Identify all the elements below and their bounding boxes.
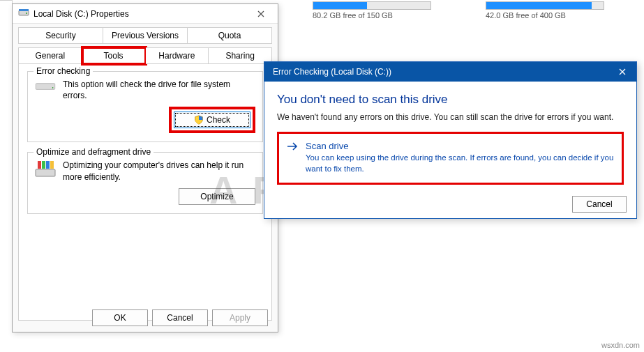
window-title: Local Disk (C:) Properties	[33, 9, 129, 19]
properties-dialog: Local Disk (C:) Properties Security Prev…	[12, 3, 278, 332]
drive-item[interactable]: 80.2 GB free of 150 GB	[307, 1, 431, 20]
tab-panel-tools: Error checking This option will check th…	[18, 64, 272, 321]
hard-drive-icon	[35, 79, 56, 96]
ok-button[interactable]: OK	[92, 309, 148, 326]
dialog-subtext: We haven't found any errors on this driv…	[277, 112, 624, 122]
svg-rect-9	[36, 84, 55, 90]
scan-drive-desc: You can keep using the drive during the …	[306, 153, 615, 174]
tab-row-1: Security Previous Versions Quota	[13, 24, 278, 44]
svg-point-10	[52, 87, 54, 89]
check-button[interactable]: Check	[174, 112, 250, 128]
scan-drive-option[interactable]: Scan drive You can keep using the drive …	[277, 132, 624, 185]
error-checking-desc: This option will check the drive for fil…	[63, 79, 255, 101]
tab-security[interactable]: Security	[18, 27, 103, 44]
svg-rect-13	[42, 161, 45, 169]
error-checking-group: Error checking This option will check th…	[27, 71, 263, 142]
svg-rect-14	[46, 161, 50, 169]
svg-rect-11	[36, 169, 55, 176]
cancel-button[interactable]: Cancel	[572, 196, 627, 213]
check-button-highlight: Check	[169, 107, 255, 133]
drive-space-text: 80.2 GB free of 150 GB	[313, 11, 431, 20]
credit-text: wsxdn.com	[601, 341, 640, 349]
drive-icon	[18, 7, 29, 20]
error-checking-dialog: Error Checking (Local Disk (C:)) You don…	[264, 61, 637, 219]
tab-hardware[interactable]: Hardware	[146, 47, 209, 64]
optimize-button-label: Optimize	[200, 192, 233, 201]
arrow-right-icon	[286, 141, 299, 154]
titlebar[interactable]: Local Disk (C:) Properties	[13, 4, 278, 24]
group-title: Error checking	[33, 66, 93, 76]
defrag-icon	[35, 160, 56, 180]
check-button-label: Check	[207, 115, 230, 125]
tab-tools[interactable]: Tools	[82, 47, 146, 64]
optimize-button[interactable]: Optimize	[179, 188, 255, 205]
scan-drive-title: Scan drive	[306, 141, 615, 151]
tab-row-2: General Tools Hardware Sharing	[13, 44, 278, 64]
tab-general[interactable]: General	[18, 47, 82, 64]
drive-item[interactable]: 42.0 GB free of 400 GB	[480, 1, 604, 20]
apply-button[interactable]: Apply	[212, 309, 268, 326]
dialog-heading: You don't need to scan this drive	[277, 93, 624, 107]
left-panel-fragment	[0, 0, 13, 35]
svg-point-7	[26, 13, 27, 14]
drive-space-bar	[313, 1, 431, 10]
optimize-group: Optimize and defragment drive Optimizing…	[27, 152, 263, 213]
svg-rect-12	[38, 161, 41, 169]
drive-space-bar	[486, 1, 604, 10]
window-title: Error Checking (Local Disk (C:))	[273, 67, 608, 77]
drive-space-text: 42.0 GB free of 400 GB	[486, 11, 604, 20]
svg-rect-6	[19, 10, 29, 15]
tab-quota[interactable]: Quota	[188, 27, 272, 44]
optimize-desc: Optimizing your computer's drives can he…	[63, 160, 255, 182]
dialog-button-row: OK Cancel Apply	[92, 309, 268, 326]
shield-icon	[194, 115, 204, 125]
group-title: Optimize and defragment drive	[33, 147, 153, 157]
svg-rect-8	[19, 9, 29, 11]
tab-previous-versions[interactable]: Previous Versions	[103, 27, 188, 44]
tab-sharing[interactable]: Sharing	[209, 47, 272, 64]
close-button[interactable]	[247, 4, 275, 24]
titlebar[interactable]: Error Checking (Local Disk (C:))	[264, 62, 636, 82]
svg-rect-15	[50, 161, 54, 169]
close-button[interactable]	[608, 62, 636, 82]
cancel-button[interactable]: Cancel	[152, 309, 208, 326]
